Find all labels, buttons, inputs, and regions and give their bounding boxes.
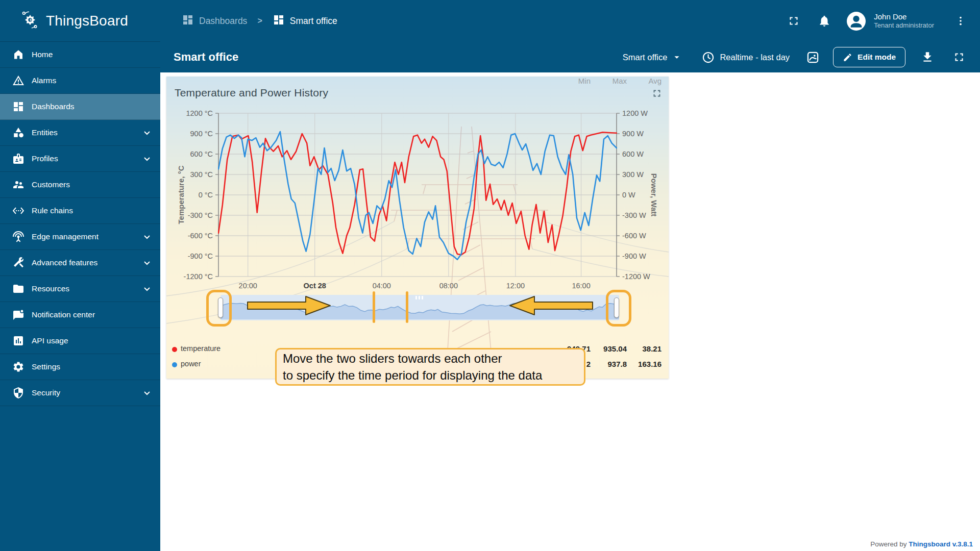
svg-text:16:00: 16:00 [572, 282, 590, 290]
notification-icon [12, 309, 24, 321]
callout-line-1: Move the two sliders towards each other [283, 350, 578, 367]
svg-text:0 °C: 0 °C [199, 191, 213, 199]
dashboard-content: 1200 °C1200 W900 °C900 W600 °C600 W300 °… [160, 72, 980, 551]
entities-icon [12, 127, 24, 139]
download-icon[interactable] [921, 51, 934, 64]
notifications-bell-icon[interactable] [817, 14, 831, 28]
svg-text:Temperature, °C: Temperature, °C [177, 165, 185, 224]
chevron-down-icon [141, 257, 153, 271]
sidebar-item-edge-management[interactable]: Edge management [0, 224, 160, 250]
svg-text:-900 W: -900 W [622, 252, 646, 260]
timeseries-line-chart: 1200 °C1200 W900 °C900 W600 °C600 W300 °… [166, 77, 669, 379]
sidebar-item-api-usage[interactable]: API usage [0, 328, 160, 354]
temperature-max: 935.04 [603, 344, 627, 353]
svg-text:12:00: 12:00 [506, 282, 525, 290]
dashboard-state-select[interactable]: Smart office [623, 52, 683, 63]
sidebar-item-alarms[interactable]: Alarms [0, 68, 160, 94]
temperature-avg: 38.21 [642, 344, 662, 353]
thingsboard-logo-icon [19, 9, 41, 33]
svg-text:0 W: 0 W [622, 191, 635, 199]
sidebar-item-rule-chains[interactable]: Rule chains [0, 198, 160, 224]
edit-mode-button[interactable]: Edit mode [833, 47, 905, 67]
thingsboard-app: ThingsBoard Home Alarms Dashboards Entit… [0, 0, 980, 551]
breadcrumb-separator: > [257, 16, 262, 26]
svg-text:Oct 28: Oct 28 [304, 282, 326, 290]
fullscreen-icon[interactable] [952, 51, 966, 64]
top-app-bar: Dashboards > Smart office John Doe Tenan… [160, 0, 980, 42]
gear-icon [12, 361, 24, 373]
user-menu[interactable]: John Doe Tenant administrator [874, 12, 934, 30]
svg-text:1200 W: 1200 W [622, 109, 648, 117]
svg-text:900 W: 900 W [622, 130, 644, 138]
sidebar-item-security[interactable]: Security [0, 380, 160, 406]
svg-text:20:00: 20:00 [239, 282, 257, 290]
people-icon [12, 179, 24, 191]
folder-icon [12, 283, 24, 295]
sidebar-item-advanced-features[interactable]: Advanced features [0, 250, 160, 276]
sidebar-item-notification-center[interactable]: Notification center [0, 302, 160, 328]
slider-right-handle[interactable] [614, 297, 619, 318]
clock-icon [702, 51, 715, 64]
chevron-down-icon [141, 387, 153, 401]
sidebar-item-settings[interactable]: Settings [0, 354, 160, 380]
svg-text:900 °C: 900 °C [190, 130, 213, 138]
thingsboard-version-link[interactable]: Thingsboard v.3.8.1 [909, 540, 973, 548]
chevron-down-icon [141, 231, 153, 245]
sidebar-item-profiles[interactable]: Profiles [0, 146, 160, 172]
svg-text:04:00: 04:00 [373, 282, 391, 290]
svg-text:-1200 W: -1200 W [622, 272, 650, 281]
logo[interactable]: ThingsBoard [0, 0, 160, 42]
svg-text:600 W: 600 W [622, 150, 644, 158]
chart-box-icon [12, 335, 24, 347]
temperature-series-dot [172, 347, 177, 352]
shield-icon [12, 387, 24, 399]
user-role: Tenant administrator [874, 21, 934, 30]
legend-header-max: Max [612, 77, 627, 85]
time-range-slider[interactable] [220, 295, 619, 320]
slider-grip-icon[interactable] [415, 296, 424, 299]
badge-icon [12, 153, 24, 165]
pencil-icon [843, 53, 852, 62]
topbar-actions: John Doe Tenant administrator [787, 12, 980, 31]
caret-down-icon [671, 52, 682, 63]
svg-text:-300 °C: -300 °C [188, 211, 213, 219]
dashboards-icon [273, 14, 285, 28]
slider-left-handle[interactable] [218, 297, 223, 318]
svg-text:Power, Watt: Power, Watt [650, 173, 658, 216]
widget-title: Temperature and Power History [175, 87, 328, 99]
breadcrumb-dashboards[interactable]: Dashboards [182, 14, 247, 28]
chevron-down-icon [141, 127, 153, 141]
breadcrumb-smart-office[interactable]: Smart office [273, 14, 337, 28]
temperature-series-label: temperature [181, 344, 220, 353]
svg-text:-900 °C: -900 °C [188, 252, 213, 260]
sidebar: ThingsBoard Home Alarms Dashboards Entit… [0, 0, 160, 551]
user-name: John Doe [874, 12, 934, 22]
svg-text:600 °C: 600 °C [190, 150, 213, 158]
dashboards-icon [182, 14, 194, 28]
chevron-down-icon [141, 153, 153, 167]
sidebar-item-entities[interactable]: Entities [0, 120, 160, 146]
power-series-label: power [181, 360, 201, 368]
sidebar-item-customers[interactable]: Customers [0, 172, 160, 198]
legend-header-min: Min [578, 77, 591, 85]
fullscreen-icon[interactable] [787, 14, 801, 28]
warning-icon [12, 74, 24, 87]
widget-fullscreen-icon[interactable] [651, 88, 663, 101]
sidebar-item-dashboards[interactable]: Dashboards [0, 94, 160, 120]
pylon-background-image [166, 77, 669, 379]
kebab-menu-icon[interactable] [954, 15, 967, 27]
avatar[interactable] [847, 12, 866, 31]
power-series-dot [172, 362, 177, 367]
powered-by: Powered by Thingsboard v.3.8.1 [870, 540, 973, 548]
breadcrumb: Dashboards > Smart office [182, 14, 337, 28]
svg-text:-600 °C: -600 °C [188, 232, 213, 240]
sidebar-item-resources[interactable]: Resources [0, 276, 160, 302]
dashboard-title: Smart office [174, 51, 238, 64]
legend-header-avg: Avg [648, 77, 662, 85]
dashboards-icon [12, 101, 24, 113]
timewindow-button[interactable]: Realtime - last day [702, 51, 790, 64]
chevron-down-icon [141, 283, 153, 297]
sidebar-item-home[interactable]: Home [0, 42, 160, 68]
dashboard-image-icon[interactable] [806, 51, 820, 64]
power-avg: 163.16 [638, 360, 662, 368]
